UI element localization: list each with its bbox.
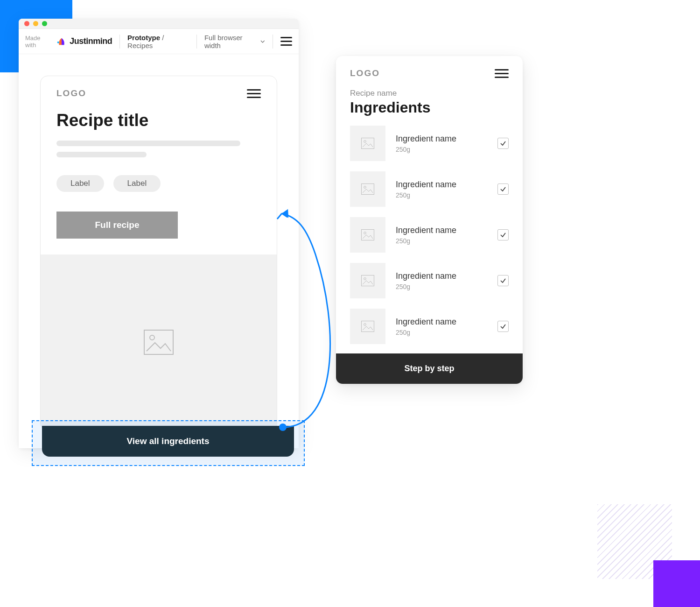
ingredient-amount: 250g — [396, 191, 487, 199]
ingredient-amount: 250g — [396, 329, 487, 336]
check-icon — [500, 323, 506, 330]
svg-point-9 — [364, 232, 366, 234]
prototype-viewport: LOGO Recipe title Label Label Full recip… — [19, 54, 299, 448]
svg-rect-8 — [362, 230, 374, 240]
zoom-selector[interactable]: Full browser width — [204, 34, 265, 49]
full-recipe-button[interactable]: Full recipe — [56, 212, 178, 239]
check-icon — [500, 232, 506, 238]
image-icon — [361, 275, 374, 286]
image-icon — [361, 229, 374, 240]
ingredient-checkbox[interactable] — [497, 184, 509, 195]
toolbar-divider — [273, 35, 273, 49]
justinmind-logo-icon — [56, 36, 67, 47]
svg-point-7 — [364, 186, 366, 189]
window-zoom-icon[interactable] — [42, 21, 47, 26]
svg-point-2 — [150, 335, 154, 340]
step-by-step-button[interactable]: Step by step — [336, 353, 523, 384]
label-pill[interactable]: Label — [113, 175, 161, 192]
ingredients-list: Ingredient name 250g Ingredient name 250… — [336, 121, 523, 344]
ingredient-row: Ingredient name 250g — [350, 217, 509, 253]
ingredient-name: Ingredient name — [396, 226, 487, 235]
ingredient-checkbox[interactable] — [497, 229, 509, 240]
label-pill[interactable]: Label — [56, 175, 104, 192]
ingredient-row: Ingredient name 250g — [350, 126, 509, 161]
ingredient-amount: 250g — [396, 237, 487, 245]
ingredient-checkbox[interactable] — [497, 275, 509, 286]
ingredient-row: Ingredient name 250g — [350, 171, 509, 207]
breadcrumb-root: Prototype — [127, 34, 160, 42]
prototype-browser-window: Made with Justinmind Prototype / Recipes… — [19, 19, 299, 448]
ingredient-name: Ingredient name — [396, 134, 487, 144]
ingredient-name: Ingredient name — [396, 317, 487, 327]
image-icon — [361, 138, 374, 149]
ingredient-row: Ingredient name 250g — [350, 263, 509, 298]
window-close-icon[interactable] — [24, 21, 29, 26]
ingredient-amount: 250g — [396, 283, 487, 290]
svg-point-5 — [364, 141, 366, 143]
svg-point-13 — [364, 324, 366, 326]
svg-point-11 — [364, 278, 366, 280]
check-icon — [500, 277, 506, 284]
ingredient-name: Ingredient name — [396, 180, 487, 190]
svg-rect-12 — [362, 321, 374, 332]
ingredients-screen: LOGO Recipe name Ingredients Ingredient … — [336, 56, 523, 384]
zoom-label: Full browser width — [204, 34, 259, 49]
justinmind-toolbar: Made with Justinmind Prototype / Recipes… — [19, 29, 299, 54]
ingredient-amount: 250g — [396, 146, 487, 153]
view-all-ingredients-button[interactable]: View all ingredients — [42, 426, 294, 457]
ingredient-thumb — [350, 309, 385, 344]
svg-point-0 — [57, 41, 59, 43]
recipe-image-placeholder — [41, 254, 277, 430]
ingredient-name: Ingredient name — [396, 271, 487, 281]
ingredients-logo: LOGO — [350, 68, 380, 78]
svg-rect-10 — [362, 275, 374, 286]
toolbar-menu-button[interactable] — [280, 35, 292, 48]
window-minimize-icon[interactable] — [33, 21, 38, 26]
ingredient-thumb — [350, 126, 385, 161]
recipe-card: LOGO Recipe title Label Label Full recip… — [40, 76, 277, 431]
toolbar-divider — [119, 35, 120, 49]
image-icon — [361, 321, 374, 332]
brand-name: Justinmind — [70, 36, 112, 46]
ingredient-thumb — [350, 263, 385, 298]
made-with-label: Made with — [25, 35, 52, 49]
label-row: Label Label — [56, 175, 261, 192]
image-icon — [144, 330, 174, 355]
ingredients-subtitle: Recipe name — [336, 89, 523, 98]
recipe-menu-button[interactable] — [247, 89, 261, 98]
ingredient-checkbox[interactable] — [497, 321, 509, 332]
skeleton-line — [56, 141, 240, 146]
recipe-logo: LOGO — [56, 88, 86, 99]
skeleton-line — [56, 152, 147, 157]
ingredient-thumb — [350, 171, 385, 207]
ingredients-title: Ingredients — [336, 98, 523, 121]
ingredients-menu-button[interactable] — [495, 69, 509, 78]
breadcrumb[interactable]: Prototype / Recipes — [127, 34, 189, 49]
ingredient-thumb — [350, 217, 385, 253]
svg-rect-4 — [362, 138, 374, 149]
svg-rect-1 — [144, 330, 173, 354]
svg-rect-6 — [362, 184, 374, 195]
ingredient-row: Ingredient name 250g — [350, 309, 509, 344]
brand-logo: Justinmind — [56, 36, 112, 47]
check-icon — [500, 140, 506, 147]
check-icon — [500, 186, 506, 192]
image-icon — [361, 184, 374, 195]
ingredient-checkbox[interactable] — [497, 138, 509, 149]
window-chrome — [19, 19, 299, 29]
toolbar-divider — [196, 35, 197, 49]
chevron-down-icon — [260, 39, 265, 44]
decorative-purple-square — [653, 560, 700, 607]
recipe-title: Recipe title — [56, 111, 261, 130]
